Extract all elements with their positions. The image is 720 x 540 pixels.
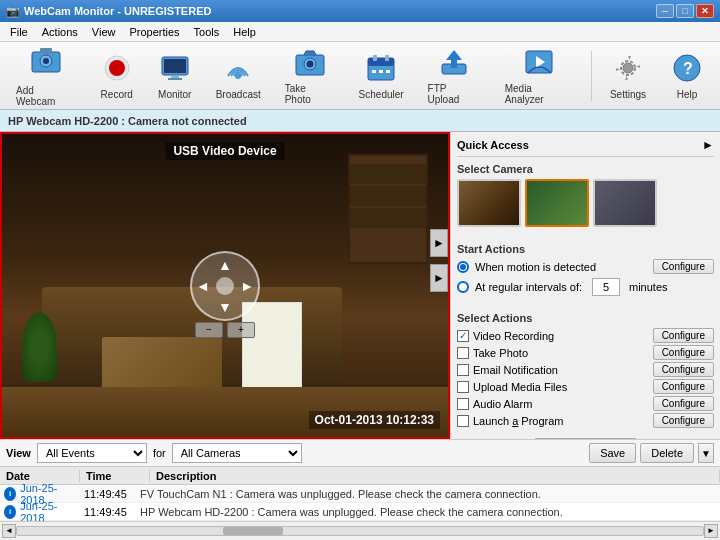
log-time-0: 11:49:45	[80, 488, 136, 500]
side-nav-right-down[interactable]: ►	[430, 264, 448, 292]
svg-rect-16	[373, 55, 377, 61]
nav-circle: ▲ ▼ ◄ ►	[190, 251, 260, 321]
side-nav-right-up[interactable]: ►	[430, 229, 448, 257]
motion-radio-button[interactable]	[457, 261, 469, 273]
bottom-scrollbar[interactable]: ◄ ►	[0, 521, 720, 539]
motion-configure-button[interactable]: Configure	[653, 259, 714, 274]
take-photo-configure-button[interactable]: Configure	[653, 345, 714, 360]
audio-alarm-configure-button[interactable]: Configure	[653, 396, 714, 411]
help-button[interactable]: ? Help	[662, 48, 712, 104]
log-time-1: 11:49:45	[80, 506, 136, 518]
email-notification-configure-button[interactable]: Configure	[653, 362, 714, 377]
take-photo-action-label: Take Photo	[473, 347, 528, 359]
navigation-overlay: ▲ ▼ ◄ ►	[190, 251, 260, 321]
scheduler-button[interactable]: Scheduler	[351, 48, 412, 104]
nav-center-button[interactable]	[216, 277, 234, 295]
take-photo-button[interactable]: Take Photo	[277, 42, 343, 109]
svg-text:?: ?	[683, 60, 693, 77]
media-analyzer-label: Media Analyzer	[505, 83, 573, 105]
motion-radio-row: When motion is detected Configure	[457, 259, 714, 274]
menu-file[interactable]: File	[4, 24, 34, 40]
add-webcam-icon	[30, 44, 62, 82]
menu-view[interactable]: View	[86, 24, 122, 40]
video-recording-configure-button[interactable]: Configure	[653, 328, 714, 343]
svg-rect-18	[372, 70, 376, 73]
take-photo-checkbox[interactable]	[457, 347, 469, 359]
video-recording-checkbox[interactable]	[457, 330, 469, 342]
ftp-upload-button[interactable]: FTP Upload	[420, 42, 489, 109]
log-header-date: Date	[0, 470, 80, 482]
email-notification-checkbox[interactable]	[457, 364, 469, 376]
svg-marker-22	[446, 50, 462, 60]
svg-rect-8	[171, 75, 179, 78]
nav-up-arrow[interactable]: ▲	[218, 257, 232, 273]
scrollbar-thumb[interactable]	[223, 527, 283, 535]
settings-label: Settings	[610, 89, 646, 100]
audio-alarm-label: Audio Alarm	[473, 398, 532, 410]
monitor-button[interactable]: Monitor	[150, 48, 200, 104]
camera-thumb-1[interactable]	[457, 179, 521, 227]
camera-thumb-2[interactable]	[525, 179, 589, 227]
all-cameras-dropdown[interactable]: All Cameras	[172, 443, 302, 463]
camera-thumb-2-image	[527, 181, 587, 225]
upload-media-checkbox[interactable]	[457, 381, 469, 393]
scroll-left-button[interactable]: ◄	[2, 524, 16, 538]
scroll-right-button[interactable]: ►	[704, 524, 718, 538]
all-events-dropdown[interactable]: All Events	[37, 443, 147, 463]
menu-actions[interactable]: Actions	[36, 24, 84, 40]
ftp-upload-icon	[438, 46, 470, 80]
camera-thumb-3[interactable]	[593, 179, 657, 227]
minimize-button[interactable]: ─	[656, 4, 674, 18]
zoom-in-button[interactable]: +	[227, 322, 255, 338]
scrollbar-track[interactable]	[16, 526, 704, 536]
menu-bar: File Actions View Properties Tools Help	[0, 22, 720, 42]
toolbar: Add Webcam Record Monitor Broadcast Take…	[0, 42, 720, 110]
svg-point-5	[109, 60, 125, 76]
log-header: Date Time Description	[0, 467, 720, 485]
interval-radio-button[interactable]	[457, 281, 469, 293]
event-filter-bar: View All Events for All Cameras Save Del…	[0, 439, 720, 467]
close-button[interactable]: ✕	[696, 4, 714, 18]
broadcast-button[interactable]: Broadcast	[208, 48, 269, 104]
zoom-out-button[interactable]: −	[195, 322, 223, 338]
nav-right-arrow[interactable]: ►	[240, 278, 254, 294]
settings-button[interactable]: Settings	[602, 48, 654, 104]
save-button[interactable]: Save	[589, 443, 636, 463]
media-analyzer-button[interactable]: Media Analyzer	[497, 42, 581, 109]
actions-grid: Video Recording Configure Take Photo Con…	[457, 328, 714, 428]
add-webcam-button[interactable]: Add Webcam	[8, 40, 84, 111]
nav-down-arrow[interactable]: ▼	[218, 299, 232, 315]
menu-tools[interactable]: Tools	[188, 24, 226, 40]
quick-access-title: Quick Access	[457, 139, 529, 151]
camera-status-text: HP Webcam HD-2200 : Camera not connected	[8, 115, 247, 127]
log-row-0[interactable]: i Jun-25-2018 11:49:45 FV TouchCam N1 : …	[0, 485, 720, 503]
audio-alarm-checkbox[interactable]	[457, 398, 469, 410]
monitor-label: Monitor	[158, 89, 191, 100]
interval-value-input[interactable]	[592, 278, 620, 296]
camera-thumbnails	[457, 179, 714, 227]
start-actions-title: Start Actions	[457, 243, 714, 255]
quick-access-panel: Quick Access ► Select Camera Start Actio…	[450, 132, 720, 439]
log-header-description: Description	[150, 470, 720, 482]
main-content: ▲ ▼ ◄ ► − + ► ► USB Video Device Oct-01-…	[0, 132, 720, 439]
launch-program-configure-button[interactable]: Configure	[653, 413, 714, 428]
camera-thumb-1-image	[459, 181, 519, 225]
quick-access-expand-icon[interactable]: ►	[702, 138, 714, 152]
upload-media-configure-button[interactable]: Configure	[653, 379, 714, 394]
nav-left-arrow[interactable]: ◄	[196, 278, 210, 294]
action-row-audio-alarm: Audio Alarm Configure	[457, 396, 714, 411]
start-monitoring-button[interactable]: Start Monitoring	[534, 438, 638, 439]
log-row-1[interactable]: i Jun-25-2018 11:49:45 HP Webcam HD-2200…	[0, 503, 720, 521]
record-button[interactable]: Record	[92, 48, 142, 104]
view-label: View	[6, 447, 31, 459]
menu-properties[interactable]: Properties	[123, 24, 185, 40]
maximize-button[interactable]: □	[676, 4, 694, 18]
menu-help[interactable]: Help	[227, 24, 262, 40]
interval-radio-row: At regular intervals of: minutes	[457, 278, 714, 296]
filter-expand-button[interactable]: ▼	[698, 443, 714, 463]
help-label: Help	[677, 89, 698, 100]
launch-program-checkbox[interactable]	[457, 415, 469, 427]
delete-button[interactable]: Delete	[640, 443, 694, 463]
title-bar: 📷 WebCam Monitor - UNREGISTERED ─ □ ✕	[0, 0, 720, 22]
svg-point-10	[235, 73, 241, 79]
